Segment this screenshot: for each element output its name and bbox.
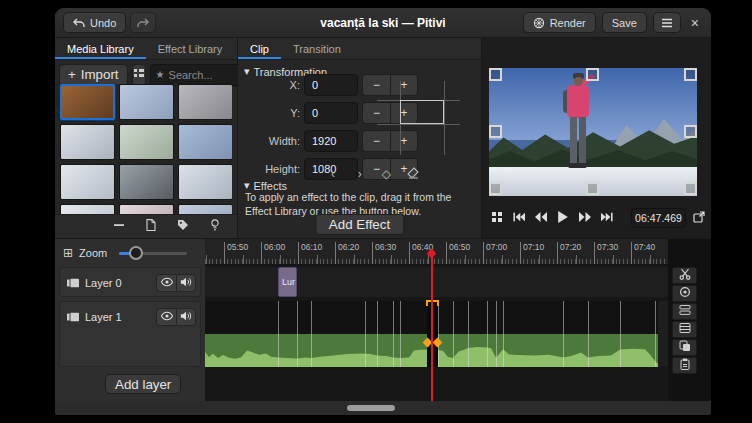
tab-effect-library[interactable]: Effect Library [146,38,235,59]
go-end-icon [601,211,613,226]
selected-clip[interactable] [427,301,438,367]
seek-forward-button[interactable] [576,209,593,227]
add-effect-button[interactable]: Add Effect [315,214,404,235]
zoom-fit-icon[interactable]: ⊞ [63,246,73,260]
clip-boundary [297,301,298,367]
undo-button[interactable]: Undo [63,12,126,33]
timeline: ⊞ Zoom Layer 0 [55,238,711,415]
transform-handle[interactable] [684,182,697,195]
next-keyframe-button[interactable]: › [352,166,368,182]
horizontal-scrollbar[interactable] [347,405,395,411]
clip-boundary [311,301,312,367]
undo-icon [73,17,85,29]
play-icon [557,211,569,226]
ruler-label: 07:40 [634,242,655,252]
width--value-field[interactable]: 1920 [304,130,358,152]
thumbnail-clip-4[interactable] [60,124,115,160]
layer-1-audio-toggle[interactable] [176,308,196,326]
close-button[interactable]: × [687,15,703,31]
transform-handle[interactable] [586,68,599,81]
transform-handle[interactable] [489,125,502,138]
reset-transform-button[interactable] [405,166,421,182]
playhead[interactable] [431,249,433,401]
tab-media-library[interactable]: Media Library [55,38,146,59]
timeline-ruler[interactable]: 05:5006:0006:1006:2006:3006:4006:5007:00… [205,239,668,265]
split-button[interactable] [672,267,697,284]
x--value-field[interactable]: 0 [304,74,358,96]
keyframe-button[interactable] [672,285,697,302]
speaker-icon [180,276,192,291]
timecode-display[interactable]: 06:47.469 [631,208,686,228]
transform-handle[interactable] [489,68,502,81]
library-view-toggle-button[interactable] [132,64,146,86]
tab-transition[interactable]: Transition [281,38,353,59]
timeline-tracks: 05:5006:0006:1006:2006:3006:4006:5007:00… [205,239,668,401]
previous-keyframe-button[interactable]: ‹ [325,166,341,182]
video-preview [489,68,697,196]
zoom-slider-handle[interactable] [129,246,143,260]
thumbnail-clip-8[interactable] [119,164,174,200]
paste-button[interactable] [672,357,697,374]
transform-handle[interactable] [684,68,697,81]
transform-preview-graphic [377,81,460,155]
add-layer-button[interactable]: Add layer [105,374,181,394]
go-start-button[interactable] [510,209,527,227]
safe-areas-button[interactable] [488,209,505,227]
tag-button[interactable] [175,219,191,235]
headerbar: Undo vacanță la ski — Pitivi Render Save… [55,8,711,38]
layer-0-name: Layer 0 [85,277,150,289]
clip-boundary [365,301,366,367]
clip-panel-tabs: ClipTransition [238,38,481,60]
group-button[interactable] [672,321,697,338]
media-library-panel: Media LibraryEffect Library + Import ★ [55,38,238,238]
undock-viewer-button[interactable] [691,209,707,227]
add-keyframe-icon: ◇ [382,167,391,181]
seek-back-button[interactable] [532,209,549,227]
layer-1-visibility-toggle[interactable] [156,308,176,326]
go-end-button[interactable] [598,209,615,227]
import-button[interactable]: + Import [59,64,128,86]
list-view-icon [133,67,145,82]
clip-boundary [620,301,621,367]
thumbnail-clip-12[interactable] [178,204,233,214]
thumbnail-clip-9[interactable] [178,164,233,200]
layer-0-track[interactable]: Lur [205,267,668,297]
redo-button[interactable] [130,12,156,33]
y--value-field[interactable]: 0 [304,102,358,124]
transform-handle[interactable] [489,182,502,195]
thumbnail-clip-11[interactable] [119,204,174,214]
thumbnail-clip-3[interactable] [178,84,233,120]
ruler-label: 06:50 [449,242,470,252]
tab-clip[interactable]: Clip [238,38,281,59]
clip-properties-button[interactable] [143,219,159,235]
ruler-label: 07:00 [486,242,507,252]
transform-handle[interactable] [684,125,697,138]
title-clip[interactable]: Lur [278,267,297,297]
ruler-label: 06:20 [338,242,359,252]
thumbnail-clip-6[interactable] [178,124,233,160]
remove-clip-button[interactable] [111,219,127,235]
menu-button[interactable] [653,12,681,33]
project-settings-button[interactable] [207,219,223,235]
undo-label: Undo [90,17,116,29]
ungroup-button[interactable] [672,303,697,320]
layer-1-track[interactable] [205,301,668,367]
clip-boundary [496,301,497,367]
layer-0-visibility-toggle[interactable] [156,274,176,292]
play-button[interactable] [554,209,571,227]
ruler-label: 05:50 [227,242,248,252]
thumbnail-clip-7[interactable] [60,164,115,200]
thumbnail-clip-1[interactable] [60,84,115,120]
copy-button[interactable] [672,339,697,356]
render-button[interactable]: Render [523,12,596,33]
save-button[interactable]: Save [602,12,647,33]
height--label: Height: [242,158,300,180]
viewer-panel: 06:47.469 [482,38,711,238]
zoom-slider[interactable] [119,252,187,255]
add-keyframe-button[interactable]: ◇ [378,166,394,182]
thumbnail-clip-2[interactable] [119,84,174,120]
transform-handle[interactable] [586,182,599,195]
thumbnail-clip-10[interactable] [60,204,115,214]
thumbnail-clip-5[interactable] [119,124,174,160]
layer-0-audio-toggle[interactable] [176,274,196,292]
